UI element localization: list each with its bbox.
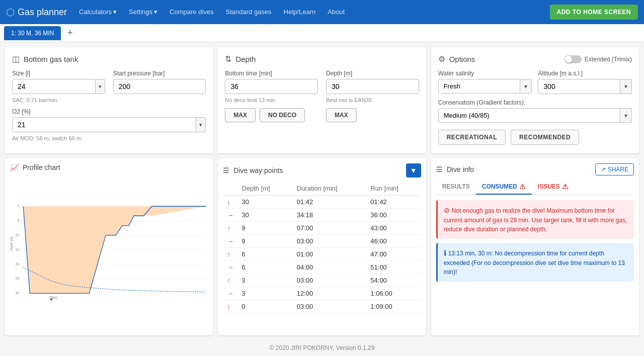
dive-info-title: ☰ Dive info [436,165,474,173]
cell-duration: 34:18 [293,209,367,222]
table-row: ↓ 30 01:42 01:42 [223,196,421,209]
cell-duration: 07:00 [293,222,367,235]
consumed-warning-icon: ⚠ [519,183,526,191]
start-pressure-input[interactable] [113,79,206,94]
cell-run: 43:00 [366,222,421,235]
salinity-dropdown-btn[interactable]: ▾ [520,79,532,94]
depth-card-header: ⇅ Depth [225,54,419,64]
toggle-track[interactable] [565,55,582,63]
col-duration: Duration [min] [293,182,367,196]
o2-group: O2 [%] ▾ Air MOD: 56 m, switch 66 m [12,108,206,141]
bottom-time-input[interactable] [225,79,318,94]
max-button-1[interactable]: MAX [225,108,256,122]
bottom-gas-tank-card: ◫ Bottom gas tank Size [l] ▾ SAC: 0.71 b… [5,47,213,153]
svg-text:5: 5 [17,218,19,223]
altitude-input-row: ▾ [538,79,632,94]
no-deco-button[interactable]: NO DECO [260,108,305,122]
error-icon: ⊘ [444,206,450,214]
nav-standard-gases[interactable]: Standard gases [222,0,276,24]
waypoints-table-body: ↓ 30 01:42 01:42 → 30 34:18 36:00 ↑ 9 07… [223,196,421,313]
cell-depth: 3 [237,287,292,300]
nav-settings[interactable]: Settings ▾ [125,0,162,24]
start-pressure-label: Start pressure [bar] [113,70,206,77]
table-row: ↑ 9 07:00 43:00 [223,222,421,235]
altitude-input[interactable] [538,79,620,94]
air-hint: Air MOD: 56 m, switch 66 m [12,135,206,141]
tab-results[interactable]: RESULTS [436,180,476,195]
footer-text: © 2020 JIRI POKORNY, Version 0.1.29 [270,344,375,351]
depth-btn-group: MAX [326,108,419,122]
altitude-dropdown-btn[interactable]: ▾ [620,79,632,94]
nav-calculators[interactable]: Calculators ▾ [75,0,121,24]
alert-box: ℹ13:13 min, 30 m: No decompression time … [436,243,634,282]
bottom-section: 📈 Profile chart 0 5 10 15 20 25 30 Depth… [0,158,644,340]
tab-current-dive[interactable]: 1: 30 M, 36 MIN [4,26,61,40]
extended-toggle[interactable]: Extended (Trimix) [565,55,632,63]
conservatism-dropdown-btn[interactable]: ▾ [620,108,632,123]
svg-text:30: 30 [15,291,19,295]
issues-warning-icon: ⚠ [562,183,569,191]
cell-duration: 03:00 [293,274,367,287]
recreational-button[interactable]: RECREATIONAL [438,130,506,145]
nav-compare-dives[interactable]: Compare dives [166,0,217,24]
salinity-group: Water salinity Fresh Salt ▾ [438,70,532,94]
waypoints-header-row: Depth [m] Duration [min] Run [min] [223,182,421,196]
dive-info-header: ☰ Dive info ↗ SHARE [436,163,634,175]
depth-input[interactable] [326,79,419,94]
dive-info-card: ☰ Dive info ↗ SHARE RESULTS CONSUMED ⚠ I… [431,158,639,335]
depth-card: ⇅ Depth Bottom time [min] No deco limit … [218,47,426,153]
tank-size-input[interactable] [12,79,96,94]
direction-icon: ↑ [227,250,230,258]
cell-depth: 6 [237,248,292,261]
conservatism-select-row: Medium (40/85) Low (45/95) High (35/75) … [438,108,632,123]
filter-button[interactable]: ▼ [406,163,421,177]
max-button-2[interactable]: MAX [326,108,357,122]
conservatism-select[interactable]: Medium (40/85) Low (45/95) High (35/75) [438,108,620,123]
direction-icon: → [227,237,233,245]
o2-input[interactable] [12,117,196,132]
nav-help-learn[interactable]: Help/Learn [280,0,320,24]
cell-depth: 30 [237,209,292,222]
share-button[interactable]: ↗ SHARE [595,163,634,175]
chart-area: 0 5 10 15 20 25 30 Depth [m] [10,174,208,330]
salinity-altitude-row: Water salinity Fresh Salt ▾ Altitude [m … [438,70,632,94]
tank-title: Bottom gas tank [24,55,78,63]
o2-dropdown[interactable]: ▾ [196,117,206,132]
depth-value-group: Depth [m] Best mix is EAN35 MAX [326,70,419,122]
tab-issues[interactable]: ISSUES ⚠ [532,180,575,195]
nav-about[interactable]: About [324,0,349,24]
recommended-button[interactable]: RECOMMENDED [511,130,579,145]
depth-icon: ⇅ [225,54,231,64]
o2-label: O2 [%] [12,108,206,115]
o2-input-row: ▾ [12,117,206,132]
toggle-thumb [565,56,572,63]
add-to-home-button[interactable]: ADD TO HOME SCREEN [550,5,638,20]
options-card: ⚙ Options Extended (Trimix) Water salini… [431,47,639,153]
svg-point-16 [50,299,52,301]
table-row: → 9 03:00 46:00 [223,235,421,248]
tab-consumed[interactable]: CONSUMED ⚠ [476,180,532,195]
direction-icon: → [227,290,233,297]
cell-run: 54:00 [366,274,421,287]
tank-size-dropdown[interactable]: ▾ [96,79,105,94]
options-header: ⚙ Options Extended (Trimix) [438,54,632,64]
profile-chart-svg: 0 5 10 15 20 25 30 Depth [m] [10,174,208,330]
profile-chart-card: 📈 Profile chart 0 5 10 15 20 25 30 Depth… [5,158,213,335]
options-title: Options [449,55,475,63]
navbar: ⬡ Gas planner Calculators ▾ Settings ▾ C… [0,0,644,24]
start-pressure-group: Start pressure [bar] [113,70,206,103]
cell-run: 51:00 [366,261,421,274]
salinity-select[interactable]: Fresh Salt [438,79,521,94]
cell-depth: 3 [237,274,292,287]
direction-icon: ↑ [227,277,230,284]
svg-text:10: 10 [15,233,19,237]
alert-box: ⊘Not enough gas to realize the dive! Max… [436,200,634,239]
cell-run: 46:00 [366,235,421,248]
svg-text:Deco: Deco [50,296,58,299]
waypoints-icon: ☰ [223,166,229,174]
cell-run: 1:06:00 [366,287,421,300]
tab-add-button[interactable]: + [63,26,77,40]
table-row: → 6 04:00 51:00 [223,261,421,274]
table-row: → 30 34:18 36:00 [223,209,421,222]
cell-duration: 01:42 [293,196,367,209]
